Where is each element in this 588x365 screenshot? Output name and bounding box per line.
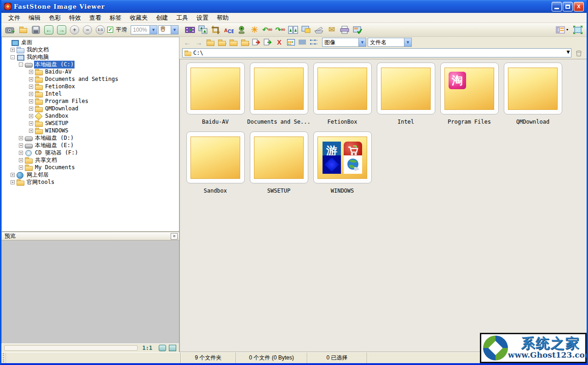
expand-toggle[interactable]: +	[29, 92, 33, 96]
batch-convert-button[interactable]: ACB	[223, 24, 235, 36]
tree-item-drive-d[interactable]: +本地磁盘 (D:)	[3, 134, 179, 142]
favorites-folder-button[interactable]: ★	[228, 38, 238, 47]
tree-item-drive-c[interactable]: -本地磁盘 (C:)	[3, 61, 179, 68]
details-view-button[interactable]	[297, 38, 307, 47]
copy-to-button[interactable]	[251, 38, 261, 47]
resize-button[interactable]	[197, 24, 209, 36]
next-image-button[interactable]: →	[56, 24, 68, 36]
expand-toggle[interactable]: +	[29, 85, 33, 89]
expand-toggle[interactable]: +	[29, 121, 33, 125]
expand-toggle[interactable]: +	[19, 151, 23, 155]
expand-toggle[interactable]: +	[11, 180, 15, 184]
expand-toggle[interactable]: +	[19, 143, 23, 148]
menu-favorites[interactable]: 收藏夹	[126, 13, 152, 23]
folder-tree[interactable]: 桌面 +我的文档 -我的电脑 -本地磁盘 (C:) +Baidu-AV +Doc…	[1, 37, 179, 232]
menu-file[interactable]: 文件	[4, 13, 24, 23]
tree-item-fetionbox[interactable]: +FetionBox	[3, 83, 179, 90]
address-input[interactable]: C:\ ▼	[182, 48, 571, 57]
folder-thumb-swsetup[interactable]: SWSETUP	[247, 131, 311, 194]
tree-item-qmdownload[interactable]: +QMDownload	[3, 105, 179, 112]
capture-camera-button[interactable]	[4, 24, 16, 36]
tree-item-intel[interactable]: +Intel	[3, 90, 179, 97]
compare-button[interactable]	[287, 24, 299, 36]
expand-toggle[interactable]: +	[19, 158, 23, 162]
tree-item-drive-e[interactable]: +本地磁盘 (E:)	[3, 142, 179, 149]
expand-toggle[interactable]: +	[29, 114, 33, 118]
move-to-button[interactable]	[263, 38, 273, 47]
delete-button[interactable]: X	[274, 38, 284, 47]
tree-item-network-places[interactable]: +网上邻居	[3, 171, 179, 178]
tree-item-sandbox[interactable]: +Sandbox	[3, 112, 179, 120]
open-folder-button[interactable]: →	[17, 24, 29, 36]
zoom-combo[interactable]: 100%▼	[131, 25, 157, 34]
menu-colors[interactable]: 色彩	[45, 13, 65, 23]
expand-toggle[interactable]: +	[29, 77, 33, 81]
zoom-in-button[interactable]: +	[69, 24, 81, 36]
adjust-colors-button[interactable]: ☀	[248, 24, 260, 36]
tree-item-documents-and-settings[interactable]: +Documents and Settings	[3, 75, 179, 83]
folder-thumb-sandbox[interactable]: Sandbox	[184, 131, 247, 194]
chevron-down-icon[interactable]: ▼	[150, 26, 157, 34]
forward-button[interactable]: →	[194, 38, 204, 47]
expand-toggle[interactable]: -	[19, 63, 23, 67]
close-button[interactable]: X	[574, 2, 584, 11]
fit-window-icon[interactable]	[169, 345, 176, 351]
folder-thumb-baidu-av[interactable]: Baidu-AV	[184, 63, 247, 125]
up-folder-button[interactable]: ↑	[205, 38, 215, 47]
recycle-button[interactable]	[574, 48, 584, 57]
menu-settings[interactable]: 设置	[192, 13, 213, 23]
tree-item-swsetup[interactable]: +SWSETUP	[3, 120, 179, 127]
folder-thumb-program-files[interactable]: 淘 Program Files	[438, 63, 501, 125]
expand-toggle[interactable]: +	[29, 129, 33, 133]
folder-thumb-windows[interactable]: 游 WINDOWS	[311, 131, 374, 194]
menu-create[interactable]: 创建	[152, 13, 172, 23]
hand-tool-combo[interactable]: ▼	[158, 25, 179, 34]
rotate-right-button[interactable]: ↷90	[274, 24, 286, 36]
sort-combo[interactable]: 文件名▼	[368, 38, 412, 47]
tree-item-my-computer[interactable]: -我的电脑	[3, 53, 179, 61]
expand-toggle[interactable]: -	[11, 55, 15, 59]
new-folder-button[interactable]: ✱	[240, 38, 250, 47]
list-view-button[interactable]	[309, 38, 319, 47]
previous-image-button[interactable]: ←	[43, 24, 55, 36]
image-check-button[interactable]	[352, 24, 363, 36]
folder-thumb-fetionbox[interactable]: FetionBox	[311, 63, 374, 125]
menu-tools[interactable]: 工具	[172, 13, 192, 23]
menu-help[interactable]: 帮助	[213, 13, 233, 23]
maximize-button[interactable]	[563, 2, 573, 11]
tree-item-windows[interactable]: +WINDOWS	[3, 127, 179, 134]
menu-tag[interactable]: 标签	[105, 13, 126, 23]
expand-toggle[interactable]: +	[29, 107, 33, 111]
wallpaper-button[interactable]	[300, 24, 312, 36]
tree-item-desktop[interactable]: 桌面	[3, 39, 179, 46]
tree-item-shared-documents[interactable]: +共享文档	[3, 156, 179, 164]
chevron-down-icon[interactable]: ▼	[358, 38, 366, 46]
layout-combo-button[interactable]: ▼	[553, 24, 571, 36]
actual-size-button[interactable]: 1:1	[94, 24, 106, 36]
smooth-checkbox[interactable]: ✓	[107, 27, 113, 33]
expand-toggle[interactable]: +	[19, 136, 23, 140]
expand-toggle[interactable]: +	[29, 70, 33, 74]
tree-item-baidu-av[interactable]: +Baidu-AV	[3, 68, 179, 75]
save-button[interactable]	[30, 24, 42, 36]
expand-toggle[interactable]: +	[19, 165, 23, 170]
red-eye-button[interactable]	[236, 24, 248, 36]
slideshow-button[interactable]	[184, 24, 196, 36]
menu-edit[interactable]: 编辑	[24, 13, 45, 23]
minimize-button[interactable]	[552, 2, 562, 11]
folder-thumb-qmdownload[interactable]: QMDownload	[501, 63, 565, 125]
menu-view[interactable]: 查看	[85, 13, 105, 23]
crop-button[interactable]	[210, 24, 222, 36]
zoom-out-button[interactable]: −	[81, 24, 93, 36]
folder-thumb-intel[interactable]: Intel	[374, 63, 438, 125]
print-button[interactable]	[339, 24, 351, 36]
fullscreen-button[interactable]	[572, 24, 584, 36]
expand-toggle[interactable]: +	[11, 48, 15, 52]
chevron-down-icon[interactable]: ▼	[565, 49, 571, 57]
menu-effects[interactable]: 特效	[65, 13, 85, 23]
tree-item-my-documents[interactable]: +我的文档	[3, 46, 179, 53]
refresh-folder-button[interactable]: ⟳	[217, 38, 227, 47]
chevron-down-icon[interactable]: ▼	[171, 26, 178, 34]
email-button[interactable]: ✉	[326, 24, 338, 36]
tree-item-guanwang-tools[interactable]: +官网tools	[3, 178, 179, 186]
